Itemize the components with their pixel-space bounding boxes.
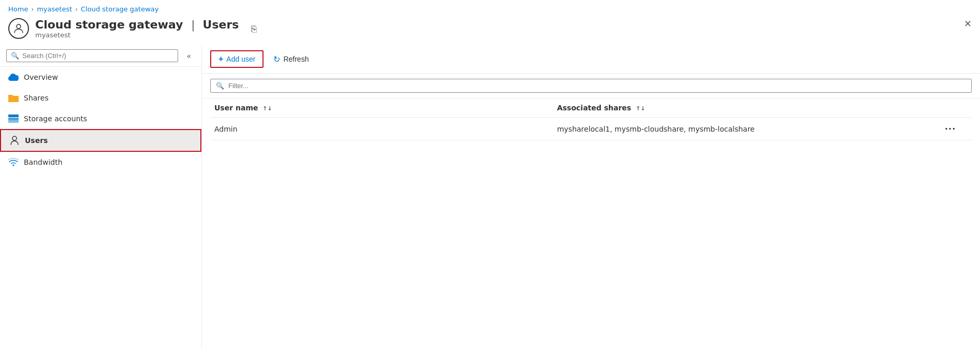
associated-shares-sort-icon[interactable]: ↑↓	[636, 105, 645, 112]
wifi-icon	[8, 157, 19, 167]
breadcrumb: Home › myasetest › Cloud storage gateway	[0, 0, 980, 16]
search-bar: 🔍 «	[0, 45, 201, 67]
page-title: Cloud storage gateway | Users	[35, 18, 239, 31]
search-input[interactable]	[22, 52, 173, 60]
table-row: Admin mysharelocal1, mysmb-cloudshare, m…	[210, 118, 972, 140]
table-body: Admin mysharelocal1, mysmb-cloudshare, m…	[210, 118, 972, 140]
content-area: + Add user ↻ Refresh 🔍 User name	[202, 45, 980, 349]
cell-username: Admin	[210, 118, 553, 140]
breadcrumb-home[interactable]: Home	[8, 5, 28, 13]
sidebar-nav: Overview Shares Storage accounts	[0, 67, 201, 173]
breadcrumb-sep-2: ›	[75, 6, 78, 13]
search-input-wrapper[interactable]: 🔍	[6, 49, 178, 62]
refresh-button[interactable]: ↻ Refresh	[266, 51, 316, 68]
svg-point-4	[12, 136, 17, 140]
table-wrapper: User name ↑↓ Associated shares ↑↓ Admin …	[202, 98, 980, 140]
sidebar-item-overview-label: Overview	[24, 73, 58, 81]
storage-icon	[8, 113, 19, 124]
more-actions-button[interactable]: ···	[945, 124, 956, 134]
users-table: User name ↑↓ Associated shares ↑↓ Admin …	[210, 98, 972, 140]
header-subtitle: myasetest	[35, 31, 239, 39]
person-icon	[9, 135, 20, 146]
breadcrumb-current[interactable]: Cloud storage gateway	[81, 5, 158, 13]
cell-associated-shares: mysharelocal1, mysmb-cloudshare, mysmb-l…	[553, 118, 941, 140]
svg-point-0	[17, 24, 21, 29]
plus-icon: +	[218, 54, 223, 64]
resource-icon	[8, 18, 29, 39]
cell-more-actions: ···	[941, 118, 972, 140]
add-user-button[interactable]: + Add user	[210, 50, 264, 68]
filter-input[interactable]	[228, 82, 966, 90]
sidebar-item-storage-accounts-label: Storage accounts	[24, 115, 87, 123]
close-icon[interactable]: ✕	[964, 18, 972, 29]
svg-rect-3	[8, 120, 19, 123]
col-header-username[interactable]: User name ↑↓	[210, 98, 553, 118]
filter-input-wrapper[interactable]: 🔍	[210, 79, 972, 93]
sidebar-item-bandwidth-label: Bandwidth	[24, 158, 63, 166]
sidebar-item-users[interactable]: Users	[0, 129, 201, 152]
collapse-button[interactable]: «	[182, 50, 195, 62]
pin-icon[interactable]: ⎘	[251, 23, 257, 34]
toolbar: + Add user ↻ Refresh	[202, 45, 980, 74]
sidebar-item-users-label: Users	[25, 136, 48, 145]
username-sort-icon[interactable]: ↑↓	[262, 105, 272, 112]
breadcrumb-myasetest[interactable]: myasetest	[37, 5, 72, 13]
header-left: Cloud storage gateway | Users myasetest …	[8, 18, 257, 39]
sidebar: 🔍 « Overview Shares	[0, 45, 202, 349]
sidebar-item-overview[interactable]: Overview	[0, 67, 201, 88]
title-block: Cloud storage gateway | Users myasetest	[35, 18, 239, 39]
main-layout: 🔍 « Overview Shares	[0, 45, 980, 349]
cloud-icon	[8, 72, 19, 82]
svg-rect-2	[8, 118, 19, 120]
filter-bar: 🔍	[202, 74, 980, 98]
page-header: Cloud storage gateway | Users myasetest …	[0, 16, 980, 45]
svg-rect-1	[8, 115, 19, 117]
table-header: User name ↑↓ Associated shares ↑↓	[210, 98, 972, 118]
breadcrumb-sep-1: ›	[31, 6, 34, 13]
sidebar-item-storage-accounts[interactable]: Storage accounts	[0, 108, 201, 129]
refresh-icon: ↻	[273, 54, 280, 64]
filter-search-icon: 🔍	[216, 82, 224, 90]
sidebar-item-bandwidth[interactable]: Bandwidth	[0, 152, 201, 173]
sidebar-item-shares[interactable]: Shares	[0, 88, 201, 108]
col-header-actions	[941, 98, 972, 118]
col-header-associated-shares[interactable]: Associated shares ↑↓	[553, 98, 941, 118]
search-icon: 🔍	[11, 52, 19, 60]
title-separator: |	[191, 18, 198, 31]
folder-icon	[8, 93, 19, 103]
sidebar-item-shares-label: Shares	[24, 94, 49, 102]
